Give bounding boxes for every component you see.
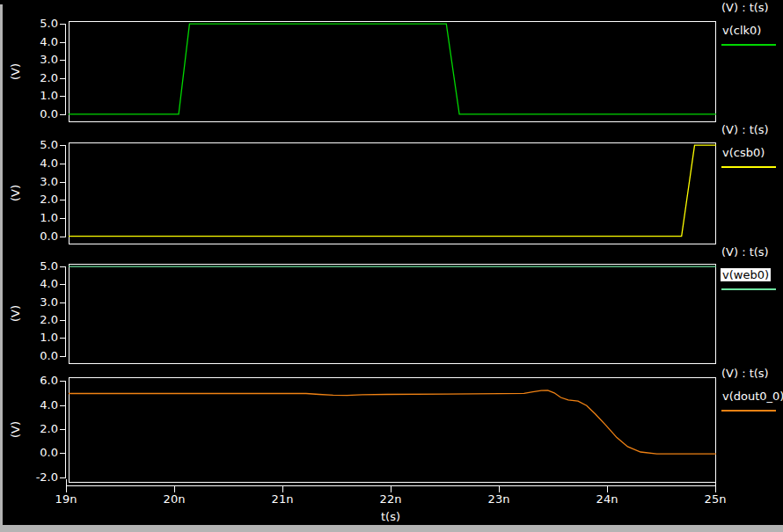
legend-axes-label: (V) : t(s)	[721, 1, 769, 14]
y-tick-label: 2.0	[23, 423, 58, 435]
y-axis-line	[65, 381, 66, 477]
trace-v-dout0-0	[69, 377, 716, 483]
legend-signal-name-v-dout0-0[interactable]: v(dout0_0)	[721, 390, 783, 403]
x-tick-mark	[391, 485, 392, 492]
y-tick-mark	[60, 356, 66, 357]
x-tick-label: 24n	[588, 492, 626, 506]
y-tick-label: 2.0	[23, 314, 58, 326]
window-edge-left	[0, 4, 3, 526]
y-tick-label: 5.0	[23, 139, 58, 151]
legend-color-swatch	[721, 410, 776, 412]
window-edge-bottom	[0, 525, 783, 532]
x-tick-mark	[607, 485, 608, 492]
legend-axes-label: (V) : t(s)	[721, 367, 769, 380]
x-axis-title: t(s)	[371, 510, 410, 523]
y-tick-label: 6.0	[23, 375, 58, 387]
y-tick-label: 1.0	[23, 332, 58, 344]
legend-signal-name-v-clk0[interactable]: v(clk0)	[721, 24, 763, 37]
y-tick-label: 4.0	[23, 36, 58, 48]
x-tick-label: 21n	[263, 492, 302, 506]
legend-color-swatch	[721, 166, 776, 168]
x-tick-label: 25n	[696, 492, 735, 506]
trace-v-clk0	[69, 21, 716, 122]
waveform-viewer: (V)5.04.03.02.01.00.0(V) : t(s)v(clk0)(V…	[0, 0, 783, 532]
y-axis-line	[65, 24, 66, 114]
x-tick-mark	[715, 479, 716, 492]
y-tick-label: 3.0	[23, 54, 58, 66]
legend-color-swatch	[721, 44, 776, 46]
y-tick-mark	[60, 237, 66, 237]
trace-v-csb0	[69, 142, 716, 244]
y-tick-label: -2.0	[23, 471, 58, 484]
y-axis-label: (V)	[9, 180, 22, 207]
x-tick-label: 20n	[155, 492, 194, 506]
x-tick-label: 23n	[479, 492, 518, 506]
legend-signal-name-v-csb0[interactable]: v(csb0)	[721, 146, 766, 159]
x-tick-mark	[499, 485, 500, 492]
y-tick-label: 5.0	[23, 260, 58, 273]
y-tick-label: 0.0	[23, 108, 58, 120]
y-tick-label: 2.0	[23, 193, 58, 206]
y-axis-label: (V)	[9, 301, 22, 327]
legend-signal-name-v-web0[interactable]: v(web0)	[721, 268, 771, 281]
y-tick-mark	[60, 477, 66, 478]
legend-axes-label: (V) : t(s)	[721, 245, 769, 259]
x-tick-label: 19n	[47, 492, 85, 506]
y-tick-label: 3.0	[23, 296, 58, 309]
y-tick-label: 0.0	[23, 447, 58, 459]
y-tick-label: 5.0	[23, 18, 58, 30]
y-tick-mark	[60, 114, 66, 115]
y-axis-label: (V)	[9, 417, 22, 443]
y-axis-line	[65, 145, 66, 237]
legend-axes-label: (V) : t(s)	[721, 123, 769, 136]
legend-color-swatch	[721, 288, 776, 290]
y-tick-label: 2.0	[23, 72, 58, 84]
y-tick-label: 4.0	[23, 399, 58, 412]
y-tick-label: 1.0	[23, 212, 58, 224]
y-tick-label: 1.0	[23, 90, 58, 102]
y-tick-label: 0.0	[23, 350, 58, 362]
y-axis-label: (V)	[9, 58, 22, 84]
x-tick-mark	[66, 479, 67, 492]
trace-v-web0	[69, 264, 716, 364]
y-tick-label: 4.0	[23, 278, 58, 290]
y-axis-line	[65, 266, 66, 356]
y-tick-label: 3.0	[23, 176, 58, 188]
x-tick-mark	[282, 485, 283, 492]
x-tick-mark	[174, 485, 175, 492]
y-tick-label: 0.0	[23, 230, 58, 243]
x-tick-label: 22n	[371, 492, 410, 506]
y-tick-label: 4.0	[23, 157, 58, 170]
